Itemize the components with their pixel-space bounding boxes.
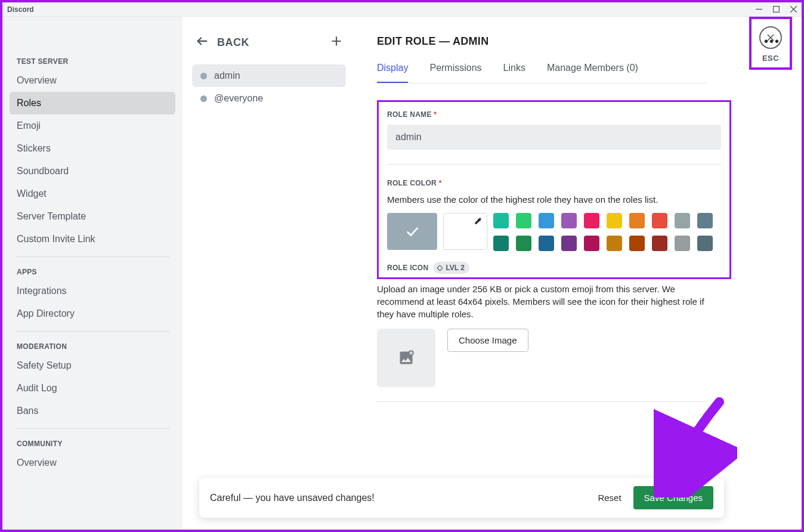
svg-rect-9	[437, 265, 443, 270]
sidebar-item-overview[interactable]: Overview	[10, 69, 175, 92]
color-swatch[interactable]	[652, 236, 667, 251]
level-badge: LVL 2	[433, 262, 469, 274]
roles-column: BACK admin@everyone	[183, 17, 355, 530]
role-item-label: admin	[214, 70, 240, 81]
sidebar-header: COMMUNITY	[10, 435, 175, 451]
color-swatch[interactable]	[584, 213, 599, 228]
color-swatch[interactable]	[516, 213, 531, 228]
back-label[interactable]: BACK	[217, 36, 249, 49]
sidebar-item-server-template[interactable]: Server Template	[10, 205, 175, 228]
color-swatch[interactable]	[629, 213, 645, 228]
sidebar-item-audit-log[interactable]: Audit Log	[10, 377, 175, 400]
tab-manage[interactable]: Manage Members (0)	[547, 63, 638, 83]
page-title: EDIT ROLE — ADMIN	[377, 35, 488, 48]
role-settings-box: ROLE NAME * ROLE COLOR * Members use the…	[377, 100, 731, 279]
esc-label: ESC	[755, 54, 786, 63]
tabs-bar: DisplayPermissionsLinksManage Members (0…	[377, 63, 706, 83]
tab-permissions[interactable]: Permissions	[429, 63, 481, 83]
settings-sidebar: TEST SERVEROverviewRolesEmojiStickersSou…	[2, 17, 183, 530]
role-name-label: ROLE NAME *	[387, 110, 721, 119]
sidebar-header: TEST SERVER	[10, 52, 175, 69]
role-icon-label: ROLE ICON	[387, 264, 428, 272]
color-swatch[interactable]	[539, 236, 554, 251]
sidebar-item-widget[interactable]: Widget	[10, 183, 175, 205]
sidebar-item-soundboard[interactable]: Soundboard	[10, 160, 175, 183]
color-swatch[interactable]	[584, 236, 599, 251]
color-swatch[interactable]	[561, 236, 577, 251]
role-color-dot	[200, 73, 207, 79]
close-window-icon[interactable]	[790, 4, 797, 15]
role-icon-desc: Upload an image under 256 KB or pick a c…	[377, 283, 706, 320]
sidebar-item-emoji[interactable]: Emoji	[10, 115, 175, 137]
role-item-label: @everyone	[214, 93, 263, 104]
role-color-label: ROLE COLOR *	[387, 179, 721, 187]
color-swatch[interactable]	[607, 213, 622, 228]
add-role-icon[interactable]	[330, 35, 342, 50]
color-swatch[interactable]	[607, 236, 622, 251]
role-color-desc: Members use the color of the highest rol…	[387, 193, 721, 206]
minimize-icon[interactable]	[756, 4, 762, 15]
color-custom-swatch[interactable]	[443, 213, 487, 250]
color-swatch[interactable]	[516, 236, 531, 251]
sidebar-item-app-directory[interactable]: App Directory	[10, 302, 175, 325]
titlebar: Discord	[2, 2, 802, 17]
unsaved-text: Careful — you have unsaved changes!	[210, 493, 375, 503]
upload-image-box[interactable]	[377, 329, 435, 387]
role-color-dot	[200, 95, 207, 102]
choose-image-button[interactable]: Choose Image	[447, 329, 528, 352]
color-swatch[interactable]	[539, 213, 554, 228]
tab-links[interactable]: Links	[503, 63, 525, 83]
color-swatch[interactable]	[697, 236, 713, 251]
maximize-icon[interactable]	[773, 4, 780, 15]
color-default-swatch[interactable]	[387, 213, 437, 250]
close-button[interactable]	[759, 26, 782, 49]
sidebar-header: APPS	[10, 263, 175, 280]
sidebar-item-overview[interactable]: Overview	[10, 451, 175, 474]
color-swatch[interactable]	[493, 213, 509, 228]
color-swatch-grid	[493, 213, 713, 251]
sidebar-header: MODERATION	[10, 338, 175, 354]
color-swatch[interactable]	[493, 236, 509, 251]
tab-display[interactable]: Display	[377, 63, 408, 83]
color-swatch[interactable]	[675, 236, 690, 251]
sidebar-item-bans[interactable]: Bans	[10, 400, 175, 422]
color-swatch[interactable]	[697, 213, 713, 228]
role-item[interactable]: admin	[192, 64, 346, 87]
color-swatch[interactable]	[675, 213, 690, 228]
sidebar-item-integrations[interactable]: Integrations	[10, 280, 175, 302]
color-swatch[interactable]	[652, 213, 667, 228]
window-controls	[756, 4, 797, 15]
role-name-input[interactable]	[387, 125, 721, 150]
role-item[interactable]: @everyone	[192, 87, 346, 110]
esc-close-box: ESC	[749, 17, 792, 70]
main-panel: ESC EDIT ROLE — ADMIN ••• DisplayPermiss…	[355, 17, 802, 530]
eyedropper-icon	[474, 217, 482, 228]
sidebar-item-safety-setup[interactable]: Safety Setup	[10, 354, 175, 377]
color-swatch[interactable]	[561, 213, 577, 228]
save-changes-button[interactable]: Save Changes	[633, 486, 713, 509]
sidebar-item-roles[interactable]: Roles	[10, 92, 175, 115]
color-swatch[interactable]	[629, 236, 645, 251]
app-title: Discord	[7, 5, 34, 14]
svg-rect-1	[774, 6, 780, 12]
reset-button[interactable]: Reset	[589, 488, 629, 508]
sidebar-item-stickers[interactable]: Stickers	[10, 137, 175, 160]
unsaved-changes-bar: Careful — you have unsaved changes! Rese…	[199, 478, 724, 518]
sidebar-item-custom-invite-link[interactable]: Custom Invite Link	[10, 228, 175, 250]
back-arrow-icon[interactable]	[196, 35, 209, 50]
